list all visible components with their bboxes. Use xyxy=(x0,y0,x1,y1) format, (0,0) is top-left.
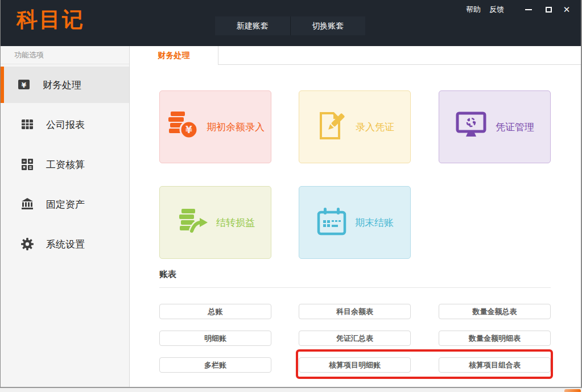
sidebar-item-financial-processing[interactable]: ¥ 财务处理 xyxy=(1,67,129,103)
card-label: 结转损益 xyxy=(216,216,255,229)
titlebar: 科目记 新建账套 切换账套 帮助 反馈 ✕ xyxy=(1,0,581,46)
tab-financial-processing[interactable]: 财务处理 xyxy=(130,46,218,65)
close-button[interactable]: ✕ xyxy=(562,4,572,15)
account-set-buttons: 新建账套 切换账套 xyxy=(215,16,365,35)
app-logo: 科目记 xyxy=(16,6,85,34)
close-icon: ✕ xyxy=(563,5,571,15)
card-label: 录入凭证 xyxy=(356,121,394,134)
maximize-button[interactable] xyxy=(543,4,554,15)
app-window: 科目记 新建账套 切换账套 帮助 反馈 ✕ 功能选项 ¥ xyxy=(0,0,582,392)
content-area: 财务处理 ¥ 期初余额录入 录入凭证 凭证管理 xyxy=(130,46,581,388)
minimize-icon xyxy=(525,9,532,10)
quantity-amount-detail-button[interactable]: 数量金额明细表 xyxy=(439,331,551,346)
titlebar-right: 帮助 反馈 ✕ xyxy=(466,2,572,17)
sidebar-item-label: 系统设置 xyxy=(46,238,85,251)
maximize-icon xyxy=(546,7,552,13)
sidebar-items: ¥ 财务处理 公司报表 工资核算 xyxy=(1,64,129,262)
gear-icon xyxy=(20,237,35,251)
report-grid-icon xyxy=(20,118,35,131)
minimize-button[interactable] xyxy=(523,4,534,15)
section-divider xyxy=(159,287,551,288)
svg-text:¥: ¥ xyxy=(185,124,192,135)
card-period-end-closing[interactable]: 期末结账 xyxy=(299,186,411,259)
card-label: 期初余额录入 xyxy=(207,121,265,134)
voucher-summary-table-button[interactable]: 凭证汇总表 xyxy=(299,331,411,346)
accounting-item-detail-button[interactable]: 核算项目明细账 xyxy=(299,357,411,373)
svg-text:¥: ¥ xyxy=(22,81,27,89)
coins-arrow-icon xyxy=(176,207,209,238)
sidebar: 功能选项 ¥ 财务处理 公司报表 xyxy=(1,46,130,388)
taskbar-orange-sliver xyxy=(564,389,581,392)
sidebar-item-system-settings[interactable]: 系统设置 xyxy=(1,226,129,262)
quantity-amount-summary-button[interactable]: 数量金额总表 xyxy=(439,304,551,319)
yuan-box-icon: ¥ xyxy=(16,78,31,92)
card-carry-forward-profit-loss[interactable]: 结转损益 xyxy=(159,186,271,259)
card-label: 期末结账 xyxy=(355,216,394,229)
new-account-set-button[interactable]: 新建账套 xyxy=(215,16,290,35)
below-window-strip xyxy=(0,388,582,392)
card-opening-balance-entry[interactable]: ¥ 期初余额录入 xyxy=(159,90,271,163)
subject-balance-table-button[interactable]: 科目余额表 xyxy=(299,304,411,319)
section-title-account-tables: 账表 xyxy=(159,269,176,280)
accounting-item-combo-button[interactable]: 核算项目组合表 xyxy=(439,357,551,373)
general-ledger-button[interactable]: 总账 xyxy=(159,304,271,319)
switch-account-set-button[interactable]: 切换账套 xyxy=(291,16,366,35)
sidebar-item-label: 公司报表 xyxy=(46,118,85,131)
detail-ledger-button[interactable]: 明细账 xyxy=(159,331,271,346)
card-label: 凭证管理 xyxy=(496,121,534,134)
feedback-link[interactable]: 反馈 xyxy=(489,5,504,15)
calculator-icon xyxy=(20,158,35,171)
main-window: 科目记 新建账套 切换账套 帮助 反馈 ✕ 功能选项 ¥ xyxy=(0,0,582,388)
multi-column-ledger-button[interactable]: 多栏账 xyxy=(159,357,271,373)
monitor-share-icon xyxy=(455,112,488,142)
card-enter-voucher[interactable]: 录入凭证 xyxy=(299,90,411,163)
sidebar-item-payroll[interactable]: 工资核算 xyxy=(1,146,129,183)
coins-yuan-icon: ¥ xyxy=(166,111,199,143)
document-pencil-icon xyxy=(315,111,348,143)
sidebar-item-label: 固定资产 xyxy=(46,198,85,211)
sidebar-item-label: 财务处理 xyxy=(43,79,81,92)
calendar-icon xyxy=(316,207,348,238)
sidebar-item-company-reports[interactable]: 公司报表 xyxy=(1,106,129,143)
card-voucher-management[interactable]: 凭证管理 xyxy=(439,90,551,163)
help-link[interactable]: 帮助 xyxy=(466,5,481,15)
sidebar-item-label: 工资核算 xyxy=(46,158,85,171)
sidebar-title: 功能选项 xyxy=(1,46,129,64)
tab-bar: 财务处理 xyxy=(130,46,581,65)
sidebar-item-fixed-assets[interactable]: 固定资产 xyxy=(1,186,129,222)
bank-icon xyxy=(20,197,35,211)
